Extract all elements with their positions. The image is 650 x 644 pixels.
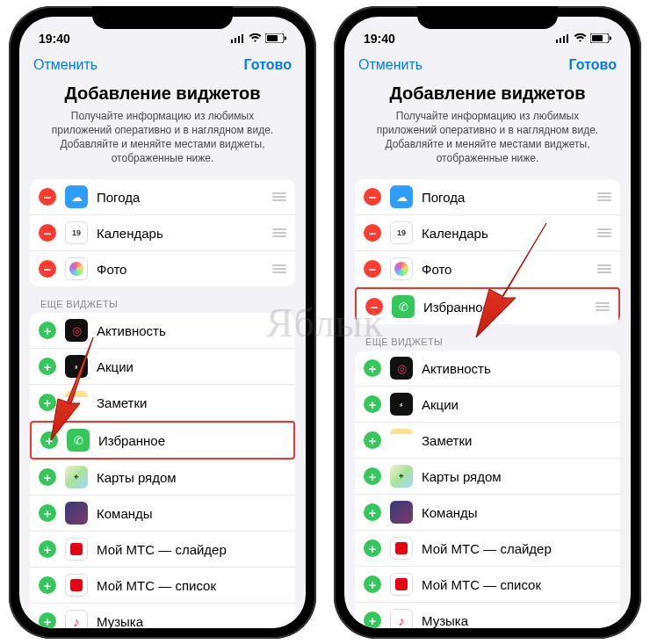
music-icon: ♪ (390, 609, 413, 627)
remove-button[interactable]: − (39, 224, 56, 242)
widget-row: +⌖Карты рядом (355, 459, 620, 495)
mts-icon (65, 574, 88, 597)
widget-row: +Мой МТС — слайдер (30, 532, 295, 568)
svg-rect-10 (567, 34, 568, 43)
drag-handle-icon[interactable] (596, 264, 611, 273)
mts-icon (390, 537, 413, 560)
widget-row: +Мой МТС — список (30, 568, 295, 604)
widget-label: Активность (422, 361, 611, 376)
page-subtitle: Получайте информацию из любимых приложен… (365, 109, 610, 166)
add-button[interactable]: + (364, 539, 381, 557)
widget-label: Заметки (97, 395, 286, 410)
battery-icon (590, 32, 611, 46)
status-time: 19:40 (364, 32, 395, 46)
remove-button[interactable]: − (364, 188, 381, 206)
widget-row: +⌖Карты рядом (30, 459, 295, 496)
add-button[interactable]: + (364, 503, 381, 521)
notch (417, 6, 558, 29)
stocks-icon: ⸗ (390, 393, 413, 416)
widget-label: Избранное (98, 433, 285, 448)
widget-row: +♪Музыка (355, 603, 620, 627)
drag-handle-icon[interactable] (594, 302, 610, 311)
status-indicators (231, 32, 286, 46)
music-icon: ♪ (65, 610, 88, 627)
add-button[interactable]: + (39, 540, 56, 558)
signal-icon (556, 32, 570, 46)
add-button[interactable]: + (364, 467, 381, 485)
widget-label: Календарь (97, 226, 271, 241)
screen: 19:40 Отменить Готово Добавление виджето… (344, 17, 631, 628)
widget-label: Акции (97, 359, 286, 374)
widget-row: +⸗Акции (355, 387, 620, 423)
widget-label: Команды (97, 506, 286, 521)
widget-row: +Команды (355, 495, 620, 531)
widget-label: Музыка (97, 614, 286, 628)
add-button[interactable]: + (39, 612, 56, 627)
cancel-button[interactable]: Отменить (33, 57, 98, 73)
add-button[interactable]: + (364, 575, 381, 593)
drag-handle-icon[interactable] (596, 228, 611, 237)
mts-icon (65, 538, 88, 561)
more-widgets-list: +◎Активность+⸗Акции+Заметки+⌖Карты рядом… (355, 351, 620, 627)
widget-label: Мой МТС — список (97, 578, 286, 593)
widget-row: −☁Погода (30, 179, 295, 215)
nav-bar: Отменить Готово (344, 52, 631, 76)
add-button[interactable]: + (39, 468, 56, 486)
widget-row: −Фото (30, 251, 295, 286)
widget-label: Мой МТС — слайдер (97, 542, 286, 557)
cancel-button[interactable]: Отменить (358, 57, 422, 73)
wifi-icon (249, 32, 262, 46)
remove-button[interactable]: − (39, 188, 56, 206)
widget-row: +Мой МТС — слайдер (355, 531, 620, 567)
add-button[interactable]: + (364, 359, 381, 377)
svg-rect-8 (560, 38, 561, 43)
remove-button[interactable]: − (365, 298, 383, 315)
svg-rect-12 (592, 35, 603, 41)
add-button[interactable]: + (39, 576, 56, 594)
drag-handle-icon[interactable] (596, 192, 611, 201)
widget-label: Заметки (422, 433, 611, 448)
add-button[interactable]: + (364, 431, 381, 449)
widget-label: Погода (97, 190, 271, 205)
add-button[interactable]: + (364, 611, 381, 627)
remove-button[interactable]: − (39, 260, 56, 278)
status-time: 19:40 (39, 32, 70, 46)
more-widgets-label: ЕЩЕ ВИДЖЕТЫ (30, 286, 295, 313)
widget-row: +Заметки (355, 423, 620, 459)
done-button[interactable]: Готово (244, 57, 292, 73)
svg-rect-2 (238, 36, 240, 43)
drag-handle-icon[interactable] (271, 228, 286, 237)
widget-row: +Мой МТС — список (355, 567, 620, 603)
notes-icon (390, 429, 413, 452)
svg-rect-0 (231, 40, 233, 43)
header: Добавление виджетов Получайте информацию… (19, 76, 306, 180)
add-button[interactable]: + (39, 504, 56, 522)
maps-icon: ⌖ (390, 465, 413, 488)
weather-icon: ☁ (65, 185, 88, 208)
mts-icon (390, 573, 413, 596)
widget-label: Команды (422, 505, 611, 520)
maps-icon: ⌖ (65, 466, 88, 488)
done-button[interactable]: Готово (569, 57, 617, 73)
weather-icon: ☁ (390, 185, 413, 208)
widget-row: +Команды (30, 496, 295, 532)
svg-rect-7 (556, 40, 558, 43)
svg-rect-3 (242, 34, 243, 43)
battery-icon (265, 32, 286, 46)
widget-label: Карты рядом (97, 470, 286, 485)
svg-rect-9 (563, 36, 565, 43)
status-indicators (556, 32, 611, 46)
shortcuts-icon (65, 502, 88, 525)
svg-rect-6 (285, 36, 286, 40)
remove-button[interactable]: − (364, 260, 381, 278)
drag-handle-icon[interactable] (271, 192, 286, 201)
widget-label: Музыка (422, 613, 611, 628)
add-button[interactable]: + (364, 395, 381, 413)
remove-button[interactable]: − (364, 224, 381, 242)
wifi-icon (574, 32, 587, 46)
svg-rect-5 (267, 35, 278, 41)
widget-row: +♪Музыка (30, 604, 295, 627)
drag-handle-icon[interactable] (271, 264, 286, 273)
widget-label: Фото (97, 262, 271, 277)
widget-label: Активность (97, 323, 286, 338)
